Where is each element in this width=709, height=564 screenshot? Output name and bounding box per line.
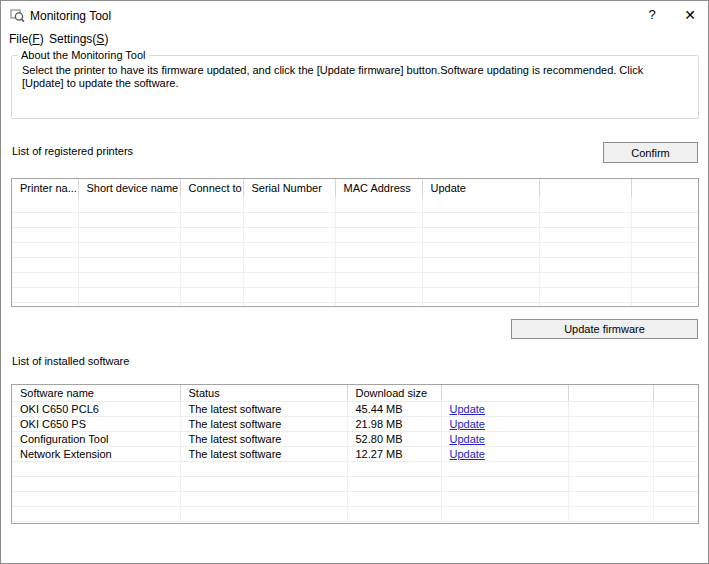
cell-empty <box>568 431 653 446</box>
cell-empty <box>631 257 698 272</box>
col-status[interactable]: Status <box>180 385 347 401</box>
col-mac-address[interactable]: MAC Address <box>335 179 422 197</box>
cell-empty <box>78 287 180 302</box>
menu-settings[interactable]: Settings(S) <box>45 31 112 47</box>
cell-empty <box>12 506 180 521</box>
cell-empty <box>12 197 78 212</box>
cell-empty <box>243 257 335 272</box>
cell-empty <box>180 242 243 257</box>
cell-empty <box>180 287 243 302</box>
cell-empty <box>631 287 698 302</box>
cell-empty <box>347 476 441 491</box>
cell-empty <box>180 212 243 227</box>
cell-empty <box>12 461 180 476</box>
installed-software-table[interactable]: Software name Status Download size OKI C… <box>11 384 699 524</box>
cell-empty <box>653 416 698 431</box>
software-update-link[interactable]: Update <box>450 448 485 460</box>
table-row <box>12 272 698 287</box>
cell-empty <box>441 491 568 506</box>
col-short-device-name[interactable]: Short device name <box>78 179 180 197</box>
table-row <box>12 287 698 302</box>
software-update-link[interactable]: Update <box>450 418 485 430</box>
software-update-link[interactable]: Update <box>450 433 485 445</box>
help-button[interactable]: ? <box>641 6 663 24</box>
table-row <box>12 461 698 476</box>
table-row: Configuration ToolThe latest software52.… <box>12 431 698 446</box>
col-download-size[interactable]: Download size <box>347 385 441 401</box>
col-connect-to[interactable]: Connect to <box>180 179 243 197</box>
cell-empty <box>180 272 243 287</box>
cell-empty <box>243 212 335 227</box>
col-empty-2[interactable] <box>631 179 698 197</box>
software-update-link[interactable]: Update <box>450 403 485 415</box>
cell-status: The latest software <box>180 431 347 446</box>
cell-empty <box>243 197 335 212</box>
col-update-link[interactable] <box>441 385 568 401</box>
menu-settings-label-end: ) <box>104 32 108 46</box>
cell-empty <box>78 242 180 257</box>
col-printer-name[interactable]: Printer na... <box>12 179 78 197</box>
cell-update: Update <box>441 401 568 416</box>
cell-download-size: 45.44 MB <box>347 401 441 416</box>
menu-bar: File(F) Settings(S) <box>1 29 708 48</box>
cell-empty <box>12 287 78 302</box>
cell-empty <box>12 212 78 227</box>
cell-empty <box>568 461 653 476</box>
menu-file[interactable]: File(F) <box>5 31 48 47</box>
cell-empty <box>631 242 698 257</box>
cell-empty <box>347 491 441 506</box>
col-software-name[interactable]: Software name <box>12 385 180 401</box>
cell-empty <box>568 446 653 461</box>
col-serial-number[interactable]: Serial Number <box>243 179 335 197</box>
registered-printers-table[interactable]: Printer na... Short device name Connect … <box>11 178 699 307</box>
cell-update: Update <box>441 446 568 461</box>
cell-empty <box>243 302 335 307</box>
cell-empty <box>568 401 653 416</box>
cell-empty <box>243 272 335 287</box>
cell-empty <box>335 272 422 287</box>
close-button[interactable]: ✕ <box>679 6 701 24</box>
cell-empty <box>180 257 243 272</box>
table-row <box>12 506 698 521</box>
cell-empty <box>441 506 568 521</box>
printers-table-body <box>12 197 698 307</box>
col-empty-2[interactable] <box>653 385 698 401</box>
cell-empty <box>422 212 539 227</box>
cell-software-name: Network Extension <box>12 446 180 461</box>
update-firmware-button[interactable]: Update firmware <box>511 319 698 339</box>
confirm-button[interactable]: Confirm <box>603 142 698 163</box>
cell-empty <box>422 287 539 302</box>
cell-status: The latest software <box>180 446 347 461</box>
cell-empty <box>539 272 631 287</box>
table-row <box>12 242 698 257</box>
cell-empty <box>568 416 653 431</box>
cell-empty <box>539 227 631 242</box>
cell-empty <box>335 197 422 212</box>
cell-empty <box>539 302 631 307</box>
table-row <box>12 491 698 506</box>
cell-empty <box>539 287 631 302</box>
cell-empty <box>568 476 653 491</box>
table-row <box>12 197 698 212</box>
cell-empty <box>243 227 335 242</box>
cell-empty <box>12 272 78 287</box>
cell-empty <box>180 302 243 307</box>
about-text: Select the printer to have its firmware … <box>22 64 686 90</box>
cell-empty <box>568 491 653 506</box>
cell-empty <box>653 476 698 491</box>
col-empty-1[interactable] <box>539 179 631 197</box>
table-row <box>12 227 698 242</box>
cell-empty <box>243 287 335 302</box>
cell-software-name: OKI C650 PCL6 <box>12 401 180 416</box>
cell-empty <box>539 212 631 227</box>
menu-file-label: File( <box>9 32 32 46</box>
cell-empty <box>335 227 422 242</box>
cell-empty <box>12 257 78 272</box>
cell-empty <box>539 197 631 212</box>
cell-empty <box>422 272 539 287</box>
cell-update: Update <box>441 416 568 431</box>
col-update[interactable]: Update <box>422 179 539 197</box>
cell-empty <box>653 431 698 446</box>
col-empty-1[interactable] <box>568 385 653 401</box>
menu-file-label-end: ) <box>40 32 44 46</box>
